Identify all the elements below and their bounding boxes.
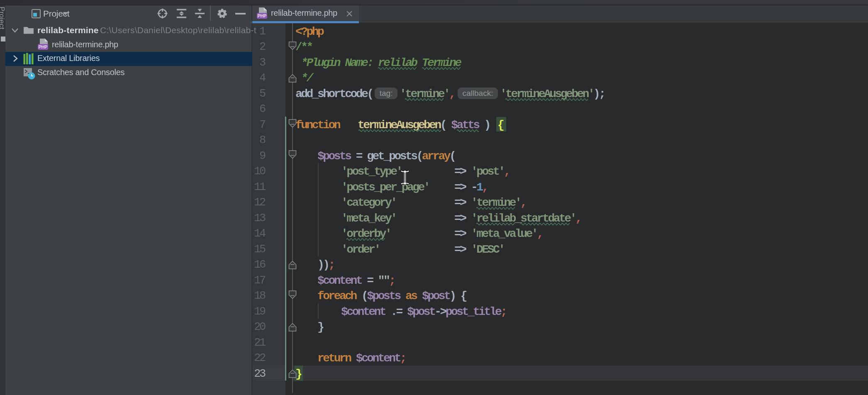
svg-text:PHP: PHP [39, 44, 48, 49]
svg-text:PHP: PHP [258, 13, 267, 18]
